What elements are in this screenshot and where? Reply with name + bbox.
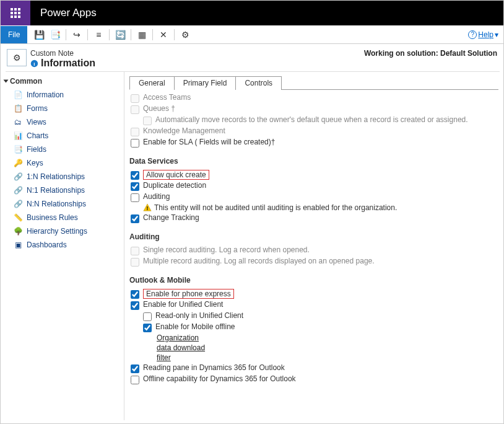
- tab-general[interactable]: General: [129, 76, 175, 90]
- label: Queues †: [143, 104, 175, 113]
- label: Auditing: [143, 192, 170, 201]
- save-close-icon[interactable]: 📑: [48, 28, 62, 42]
- chevron-down-icon: ▾: [495, 30, 498, 39]
- label: Single record auditing. Log a record whe…: [143, 245, 310, 254]
- sidebar-item-hierarchy[interactable]: 🌳Hierarchy Settings: [1, 224, 124, 238]
- sidebar-section-common[interactable]: Common: [1, 74, 124, 88]
- relationship-icon: 🔗: [13, 172, 23, 182]
- label-quick-create: Allow quick create: [143, 170, 209, 180]
- delete-icon[interactable]: ✕: [157, 28, 170, 42]
- file-button[interactable]: File: [1, 26, 27, 43]
- sidebar-item-label: Forms: [27, 104, 48, 113]
- sidebar-item-rules[interactable]: 📏Business Rules: [1, 211, 124, 224]
- sidebar-item-label: Information: [27, 91, 64, 99]
- row-auditing-note: ! This entity will not be audited until …: [129, 203, 498, 213]
- label: Enable for Unified Client: [143, 300, 223, 309]
- checkbox-change-tracking[interactable]: [131, 214, 139, 223]
- forms-icon: 📋: [13, 104, 23, 113]
- section-data-services: Data Services: [129, 157, 498, 166]
- link-data-download[interactable]: data download: [157, 343, 205, 352]
- label: Automatically move records to the owner'…: [155, 115, 468, 124]
- checkbox-single-audit[interactable]: [131, 247, 139, 255]
- sidebar-item-fields[interactable]: 📑Fields: [1, 143, 124, 156]
- top-bar: Power Apps: [1, 1, 503, 25]
- checkbox-mobile-offline[interactable]: [143, 324, 152, 332]
- checkbox-access-teams[interactable]: [131, 94, 139, 103]
- checkbox-queues-sub[interactable]: [143, 117, 152, 125]
- row-reading-pane: Reading pane in Dynamics 365 for Outlook: [129, 363, 498, 374]
- sidebar-item-label: Dashboards: [27, 241, 67, 249]
- sidebar: Common 📄Information 📋Forms 🗂Views 📊Chart…: [1, 72, 124, 420]
- sidebar-item-charts[interactable]: 📊Charts: [1, 129, 124, 143]
- sidebar-item-1n[interactable]: 🔗1:N Relationships: [1, 170, 124, 183]
- sidebar-item-dashboards[interactable]: ▣Dashboards: [1, 238, 124, 252]
- label: Enable for Mobile offline: [155, 322, 235, 331]
- refresh-icon[interactable]: 🔄: [113, 28, 127, 42]
- entity-name: Custom Note: [30, 49, 364, 58]
- sidebar-section-label: Common: [10, 77, 42, 86]
- grid-icon[interactable]: ▦: [135, 28, 149, 42]
- label-phone-express: Enable for phone express: [143, 289, 234, 299]
- sidebar-item-n1[interactable]: 🔗N:1 Relationships: [1, 183, 124, 197]
- sidebar-item-label: Views: [27, 118, 46, 126]
- sidebar-item-forms[interactable]: 📋Forms: [1, 102, 124, 115]
- settings-icon[interactable]: ⚙: [178, 28, 192, 42]
- tab-controls[interactable]: Controls: [235, 76, 282, 90]
- sidebar-item-label: N:1 Relationships: [27, 186, 85, 195]
- content-panel[interactable]: General Primary Field Controls Access Te…: [124, 72, 503, 420]
- list-icon[interactable]: ≡: [92, 28, 105, 42]
- checkbox-duplicate[interactable]: [131, 182, 139, 191]
- row-phone-express: Enable for phone express: [129, 288, 498, 299]
- label: Offline capability for Dynamics 365 for …: [143, 374, 296, 383]
- hierarchy-icon: 🌳: [13, 226, 23, 236]
- label: Multiple record auditing. Log all record…: [143, 257, 375, 265]
- label: Read-only in Unified Client: [155, 311, 243, 320]
- toolbar: File 💾 📑 ↪ ≡ 🔄 ▦ ✕ ⚙ ? Help ▾: [1, 25, 503, 44]
- warning-icon: !: [143, 203, 152, 212]
- link-organization[interactable]: Organization: [157, 333, 199, 342]
- label: Reading pane in Dynamics 365 for Outlook: [143, 363, 285, 372]
- sidebar-item-label: Fields: [27, 145, 46, 154]
- link-filter[interactable]: filter: [157, 353, 171, 362]
- section-outlook: Outlook & Mobile: [129, 276, 498, 285]
- row-change-tracking: Change Tracking: [129, 213, 498, 224]
- info-icon: i: [30, 60, 38, 68]
- row-single-audit: Single record auditing. Log a record whe…: [129, 245, 498, 256]
- checkbox-quick-create[interactable]: [131, 171, 139, 180]
- sidebar-item-label: Hierarchy Settings: [27, 227, 87, 236]
- checkbox-reading-pane[interactable]: [131, 364, 139, 373]
- checkbox-sla[interactable]: [131, 139, 139, 148]
- checkbox-unified-client[interactable]: [131, 301, 139, 310]
- help-label: Help: [478, 30, 493, 39]
- sidebar-item-label: Business Rules: [27, 213, 78, 222]
- app-launcher[interactable]: [1, 1, 30, 25]
- row-knowledge: Knowledge Management: [129, 126, 498, 137]
- share-icon[interactable]: ↪: [70, 28, 84, 42]
- collapse-icon: [4, 80, 9, 83]
- label: Enable for SLA ( Fields will be created)…: [143, 138, 275, 146]
- sidebar-item-views[interactable]: 🗂Views: [1, 115, 124, 129]
- checkbox-multiple-audit[interactable]: [131, 258, 139, 267]
- page-icon: 📄: [13, 90, 23, 100]
- relationship-icon: 🔗: [13, 185, 23, 195]
- sidebar-item-keys[interactable]: 🔑Keys: [1, 156, 124, 170]
- row-access-teams: Access Teams: [129, 92, 498, 104]
- tab-primary-field[interactable]: Primary Field: [174, 76, 237, 90]
- checkbox-phone-express[interactable]: [131, 290, 139, 299]
- checkbox-offline-capability[interactable]: [131, 376, 139, 384]
- checkbox-auditing[interactable]: [131, 193, 139, 202]
- help-link[interactable]: ? Help ▾: [468, 30, 498, 39]
- svg-text:i: i: [33, 61, 35, 66]
- label: This entity will not be audited until au…: [154, 203, 397, 212]
- tabstrip: General Primary Field Controls: [129, 76, 498, 90]
- sidebar-item-label: Charts: [27, 131, 48, 140]
- row-sla: Enable for SLA ( Fields will be created)…: [129, 137, 498, 148]
- checkbox-knowledge[interactable]: [131, 128, 139, 136]
- sidebar-item-nn[interactable]: 🔗N:N Relationships: [1, 197, 124, 211]
- checkbox-readonly-unified[interactable]: [143, 312, 152, 321]
- save-icon[interactable]: 💾: [32, 28, 46, 42]
- checkbox-queues[interactable]: [131, 105, 139, 114]
- sidebar-item-information[interactable]: 📄Information: [1, 88, 124, 102]
- row-duplicate: Duplicate detection: [129, 180, 498, 192]
- help-icon: ?: [468, 30, 477, 39]
